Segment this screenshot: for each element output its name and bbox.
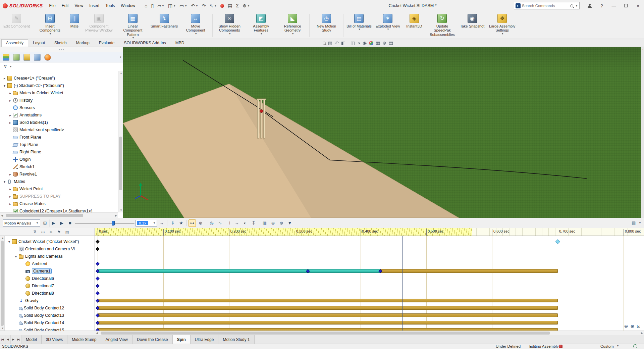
dimxpertmanager-tab-icon[interactable] <box>34 54 41 61</box>
move-component-button[interactable]: ↔Move Component▼ <box>180 12 211 39</box>
zoom-area-icon[interactable]: ▧ <box>328 40 332 46</box>
filter-funnel-icon[interactable]: ∇ <box>32 229 38 235</box>
configurationmanager-tab-icon[interactable] <box>23 54 30 61</box>
section-view-icon[interactable]: ◧ <box>341 40 345 46</box>
keyframe-diamond[interactable] <box>555 239 560 244</box>
timeline-horizontal-scrollbar[interactable]: ◀ ▶ <box>0 331 644 335</box>
tab-down-the-crease[interactable]: Down the Crease <box>132 335 173 344</box>
tree-item[interactable]: ▸Solid Bodies(1) <box>0 119 118 126</box>
close-button[interactable]: × <box>632 0 644 11</box>
linear-component-pattern-button[interactable]: ▦Linear Component Pattern▼ <box>117 12 149 39</box>
globe-icon[interactable] <box>633 344 637 348</box>
menu-window[interactable]: Window <box>118 2 138 10</box>
timeline-zoom-fit-icon[interactable]: ⊡ <box>637 323 641 329</box>
simulation-setup-button[interactable]: ⊛ <box>269 219 277 227</box>
previous-view-icon[interactable]: ↶ <box>335 40 339 46</box>
menu-view[interactable]: View <box>71 2 86 10</box>
timeline-change-bar[interactable] <box>98 299 558 302</box>
search-icon[interactable] <box>570 4 573 7</box>
slider-thumb[interactable] <box>112 221 115 226</box>
auto-key-button[interactable]: ⊶ <box>189 219 196 227</box>
featuremanager-tab-icon[interactable] <box>3 54 9 61</box>
scroll-up-icon[interactable]: ▲ <box>1 237 4 240</box>
view-orientation-icon[interactable]: ◫ <box>351 40 355 46</box>
assembly-features-button[interactable]: ◩Assembly Features▼ <box>245 12 277 39</box>
tree-horizontal-scrollbar[interactable]: ◀ ▶ <box>0 212 118 218</box>
tree-item[interactable]: Directional6 <box>5 275 95 282</box>
menu-file[interactable]: File <box>46 2 58 10</box>
force-button[interactable]: → <box>233 219 240 227</box>
bill-of-materials-button[interactable]: ▤Bill of Materials▼ <box>344 12 374 39</box>
filter-selected-icon[interactable]: ⚑ <box>56 229 62 235</box>
calculate-button[interactable]: ⊞ <box>41 219 49 227</box>
timeline-slider[interactable] <box>75 219 135 227</box>
tree-item[interactable]: Solid Body Contact15 <box>5 327 95 331</box>
filter-dropdown-icon[interactable]: ▼ <box>9 65 12 68</box>
tree-item[interactable]: ▸History <box>0 97 118 104</box>
timeline-change-bar[interactable] <box>98 321 558 325</box>
reference-geometry-button[interactable]: ◣Reference Geometry▼ <box>277 12 308 39</box>
mate-button[interactable]: ∥Mate <box>66 12 83 39</box>
current-time-marker[interactable] <box>402 236 402 331</box>
more-options-button[interactable]: ▼ <box>286 219 293 227</box>
tree-item[interactable]: Directional8 <box>5 290 95 297</box>
playback-speed-select[interactable]: 0.1x ▼ <box>136 220 157 227</box>
apply-scene-icon[interactable]: ▦ <box>376 40 380 46</box>
maximize-button[interactable] <box>620 0 632 11</box>
tree-item[interactable]: Orientation and Camera Vi <box>5 245 95 253</box>
sync-status-icon[interactable] <box>559 345 562 348</box>
expand-icon[interactable]: ▸ <box>8 202 13 206</box>
study-type-select[interactable]: Motion Analysis ▼ <box>3 219 40 227</box>
tab-layout[interactable]: Layout <box>28 39 50 47</box>
scroll-right-icon[interactable]: ▶ <box>641 332 643 335</box>
timeline-change-bar[interactable] <box>98 328 558 331</box>
minimize-button[interactable]: — <box>608 0 620 11</box>
insert-components-button[interactable]: ⊞Insert Components▼ <box>34 12 66 39</box>
help-button[interactable]: ? <box>596 0 608 11</box>
last-tab-button[interactable]: ▶| <box>16 335 21 344</box>
tab-model[interactable]: Model <box>21 335 42 344</box>
tree-item[interactable]: ▸Annotations <box>0 111 118 119</box>
view-settings-icon[interactable]: ⊛ <box>382 40 386 46</box>
keyframe-diamond[interactable] <box>96 262 99 265</box>
menu-tools[interactable]: Tools <box>102 2 118 10</box>
tab-solidworks-add-ins[interactable]: SOLIDWORKS Add-Ins <box>119 39 170 47</box>
tree-item[interactable]: Solid Body Contact13 <box>5 312 95 319</box>
motion-tree-scrollbar[interactable]: ▲ ▼ <box>0 236 5 331</box>
timeline-change-bar[interactable] <box>380 269 558 273</box>
tree-item[interactable]: Right Plane <box>0 148 118 156</box>
add-key-button[interactable]: ⊕ <box>197 219 204 227</box>
tree-item[interactable]: Material <not specified> <box>0 126 118 134</box>
take-snapshot-button[interactable]: ◉Take Snapshot <box>458 12 486 39</box>
timeline-change-bar[interactable] <box>98 306 558 310</box>
tab-angled-view[interactable]: Angled View <box>101 335 133 344</box>
timeline-zoom-out-icon[interactable]: ⊖ <box>624 323 628 329</box>
play-from-start-button[interactable]: ▶ <box>50 219 57 227</box>
tree-item[interactable]: ▾Cricket Wicket ("Cricket Wicket") <box>5 238 95 245</box>
exploded-view-button[interactable]: ✶Exploded View▼ <box>374 12 402 39</box>
motor-button[interactable]: ◎ <box>208 219 215 227</box>
menu-edit[interactable]: Edit <box>59 2 72 10</box>
first-tab-button[interactable]: |◀ <box>0 335 5 344</box>
account-button[interactable] <box>584 0 596 11</box>
tree-vertical-scrollbar[interactable]: ▲ ▼ <box>118 71 123 212</box>
instant3d-button[interactable]: ◈Instant3D <box>404 12 424 39</box>
tree-item[interactable]: ▸Wicket Point <box>0 185 118 193</box>
save-button[interactable]: ◫▼ <box>166 2 177 9</box>
task-pane-strip[interactable]: ‹ <box>641 47 644 218</box>
search-dropdown-icon[interactable]: ▼ <box>575 4 578 7</box>
motionmanager-collapse-icon[interactable]: ▤ <box>630 219 637 227</box>
open-button[interactable]: ▱▼ <box>156 2 166 9</box>
propertymanager-tab-icon[interactable] <box>13 54 20 61</box>
timeline-change-bar[interactable] <box>98 269 380 273</box>
solidworks-resources-button[interactable] <box>219 3 226 8</box>
keyframe-diamond[interactable] <box>96 247 99 251</box>
filter-animated-icon[interactable]: ⊶ <box>40 229 46 235</box>
playback-mode-button[interactable]: → <box>158 219 165 227</box>
filter-funnel-icon[interactable]: ∇ <box>3 64 8 69</box>
tree-item[interactable]: ▸Crease<1> ("Crease") <box>0 74 118 82</box>
search-input[interactable] <box>522 4 569 8</box>
tree-item[interactable]: Origin <box>0 156 118 163</box>
home-button[interactable]: ⌂ <box>143 2 149 9</box>
tree-item[interactable]: ▸Revolve1 <box>0 170 118 178</box>
